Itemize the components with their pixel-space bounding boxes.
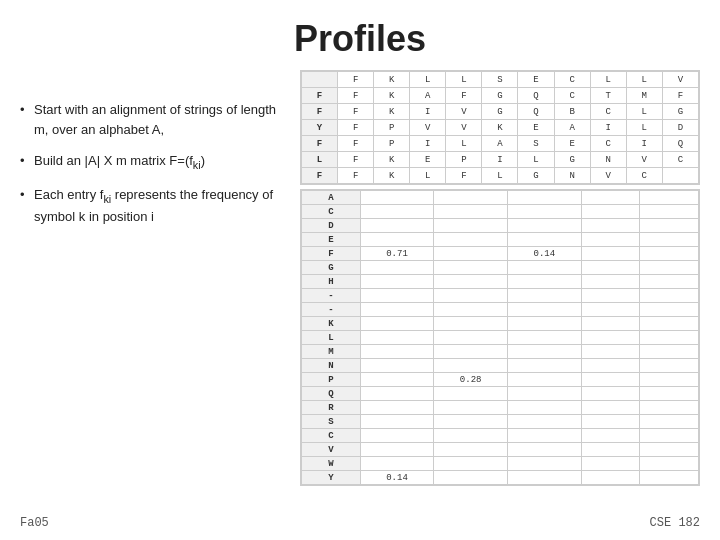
bullet-item-1: Start with an alignment of strings of le… <box>20 100 280 139</box>
footer-left: Fa05 <box>20 516 49 530</box>
profile-p-col2: 0.28 <box>434 373 508 387</box>
alignment-table: FKL LSE CLL V F FKAFG QCTMF F FKIVG QBCL… <box>301 71 699 184</box>
profile-f-col3: 0.14 <box>508 247 582 261</box>
page-title: Profiles <box>0 0 720 70</box>
footer-right: CSE 182 <box>650 516 700 530</box>
bullet-list: Start with an alignment of strings of le… <box>20 100 280 226</box>
bullet-item-2: Build an |A| X m matrix F=(fki) <box>20 151 280 173</box>
footer: Fa05 CSE 182 <box>20 516 700 530</box>
alignment-grid: FKL LSE CLL V F FKAFG QCTMF F FKIVG QBCL… <box>300 70 700 185</box>
profile-y-col1: 0.14 <box>360 471 434 485</box>
right-panel: FKL LSE CLL V F FKAFG QCTMF F FKIVG QBCL… <box>300 70 700 486</box>
profile-grid: A C D E F <box>300 189 700 486</box>
profile-table: A C D E F <box>301 190 699 485</box>
main-content: Start with an alignment of strings of le… <box>0 70 720 486</box>
left-panel: Start with an alignment of strings of le… <box>20 70 280 486</box>
bullet-item-3: Each entry fki represents the frequency … <box>20 185 280 226</box>
profile-f-col1: 0.71 <box>360 247 434 261</box>
